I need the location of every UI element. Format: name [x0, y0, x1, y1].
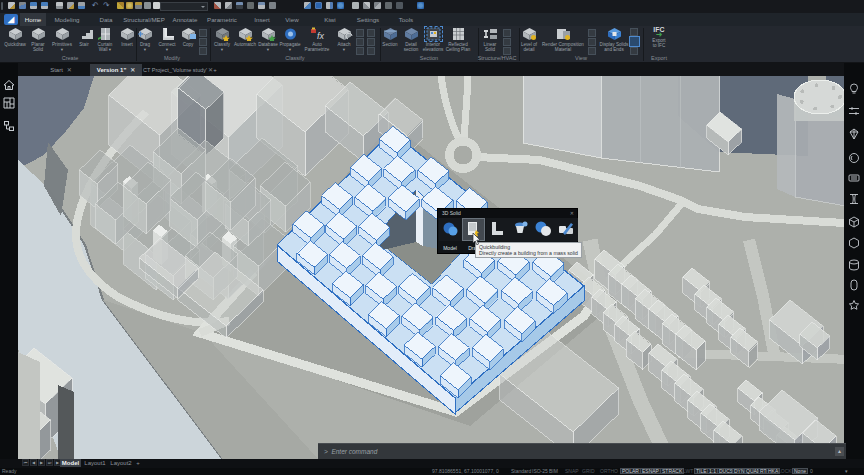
svg-text:fx: fx — [317, 31, 325, 41]
